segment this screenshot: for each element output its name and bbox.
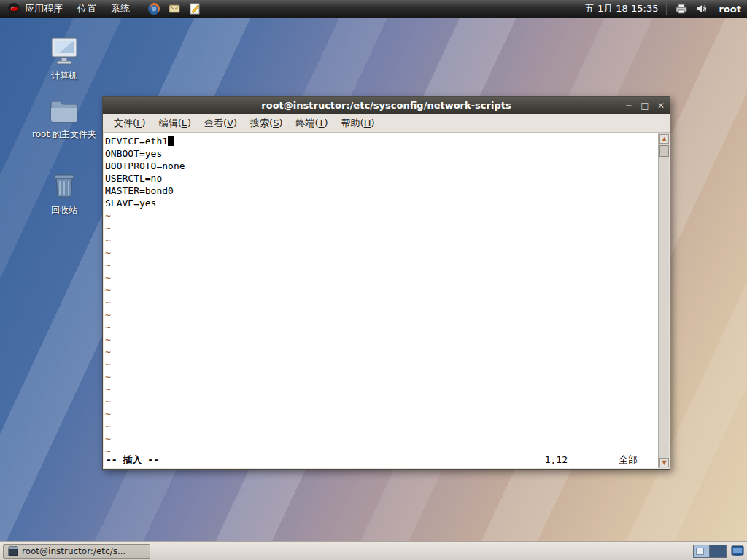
vim-line: ONBOOT=yes (105, 147, 658, 160)
desktop-icon-trash[interactable]: 回收站 (24, 171, 104, 217)
trash-icon (49, 171, 80, 201)
terminal-menubar: 文件(F) 编辑(E) 查看(V) 搜索(S) 终端(T) 帮助(H) (103, 114, 670, 133)
terminal-scrollbar[interactable]: ▲ ▼ (658, 133, 669, 468)
system-menu[interactable]: 系统 (104, 0, 137, 18)
vim-tilde-line: ~ (105, 432, 658, 445)
places-menu[interactable]: 位置 (70, 0, 104, 18)
close-button[interactable]: ✕ (655, 100, 667, 112)
gedit-icon[interactable] (188, 2, 201, 15)
system-menu-label: 系统 (111, 2, 130, 15)
vim-tilde-line: ~ (105, 420, 658, 432)
vim-line: DEVICE=eth1 (105, 135, 658, 147)
vim-cursor-position: 1,12 (545, 454, 568, 466)
menu-view[interactable]: 查看(V) (198, 114, 244, 133)
mail-icon[interactable] (168, 2, 181, 15)
vim-tilde-line: ~ (105, 395, 658, 408)
top-panel: 应用程序 位置 系统 五 1月 18 15:35 root (0, 0, 747, 18)
window-title: root@instructor:/etc/sysconfig/network-s… (261, 100, 511, 111)
scrollbar-thumb[interactable] (659, 145, 669, 157)
workspace-2[interactable] (710, 545, 726, 557)
window-titlebar[interactable]: root@instructor:/etc/sysconfig/network-s… (103, 97, 670, 114)
window-controls: ‒ □ ✕ (623, 97, 667, 114)
vim-line: SLAVE=yes (105, 197, 658, 209)
applications-menu[interactable]: 应用程序 (0, 0, 70, 18)
printer-icon[interactable] (674, 2, 687, 15)
vim-tilde-line: ~ (105, 259, 658, 271)
vim-tilde-line: ~ (105, 246, 658, 259)
scroll-down-icon[interactable]: ▼ (659, 458, 669, 467)
menu-file[interactable]: 文件(F) (107, 114, 152, 133)
display-applet-icon[interactable] (731, 545, 744, 557)
vim-tilde-line: ~ (105, 222, 658, 234)
desktop-icon-home[interactable]: root 的主文件夹 (24, 96, 104, 141)
vim-tilde-line: ~ (105, 271, 658, 284)
scroll-up-icon[interactable]: ▲ (659, 134, 669, 144)
redhat-icon (7, 2, 20, 15)
taskbar-window-button[interactable]: root@instructor:/etc/s... (3, 544, 150, 559)
workspace-1[interactable] (694, 545, 710, 557)
terminal-window: root@instructor:/etc/sysconfig/network-s… (102, 96, 670, 470)
bottom-taskbar: root@instructor:/etc/s... (0, 541, 747, 560)
menu-edit[interactable]: 编辑(E) (152, 114, 198, 133)
vim-cursor (168, 136, 174, 146)
terminal-icon (8, 546, 18, 556)
vim-tilde-line: ~ (105, 346, 658, 358)
vim-tilde-line: ~ (105, 234, 658, 246)
panel-right: 五 1月 18 15:35 root (585, 2, 747, 15)
menu-search[interactable]: 搜索(S) (244, 114, 289, 133)
desktop-icon-label: root 的主文件夹 (32, 128, 96, 141)
vim-tilde-line: ~ (105, 358, 658, 370)
workspace-switcher (693, 545, 727, 558)
vim-tilde-line: ~ (105, 209, 658, 222)
vim-line: USERCTL=no (105, 172, 658, 184)
vim-tilde-line: ~ (105, 284, 658, 296)
vim-tilde-line: ~ (105, 408, 658, 420)
applications-menu-label: 应用程序 (25, 2, 63, 15)
vim-line: MASTER=bond0 (105, 184, 658, 197)
panel-separator (666, 3, 667, 15)
volume-icon[interactable] (694, 2, 708, 15)
panel-clock[interactable]: 五 1月 18 15:35 (585, 2, 659, 15)
places-menu-label: 位置 (77, 2, 96, 15)
vim-mode-indicator: -- 插入 -- (106, 454, 159, 465)
vim-scroll-indicator: 全部 (619, 454, 638, 466)
vim-buffer[interactable]: DEVICE=eth1ONBOOT=yesBOOTPROTO=noneUSERC… (104, 133, 658, 468)
desktop-background[interactable]: 计算机 root 的主文件夹 回收站 root@instructor:/etc/… (0, 18, 747, 541)
home-folder-icon (47, 96, 81, 125)
vim-statusline: -- 插入 -- 1,12 全部 (106, 454, 655, 466)
vim-lines: DEVICE=eth1ONBOOT=yesBOOTPROTO=noneUSERC… (105, 135, 658, 457)
panel-user-label[interactable]: root (715, 4, 742, 15)
maximize-button[interactable]: □ (639, 100, 651, 112)
desktop-icon-label: 回收站 (51, 204, 77, 217)
vim-line: BOOTPROTO=none (105, 160, 658, 172)
vim-tilde-line: ~ (105, 296, 658, 308)
minimize-button[interactable]: ‒ (623, 100, 635, 112)
menu-terminal[interactable]: 终端(T) (290, 114, 335, 133)
taskbar-window-label: root@instructor:/etc/s... (22, 546, 125, 556)
panel-launchers (147, 2, 201, 15)
vim-tilde-line: ~ (105, 383, 658, 395)
vim-tilde-line: ~ (105, 370, 658, 383)
vim-tilde-line: ~ (105, 308, 658, 321)
desktop-icon-label: 计算机 (51, 70, 77, 82)
taskbar-right (693, 545, 744, 558)
vim-tilde-line: ~ (105, 333, 658, 346)
desktop-icon-computer[interactable]: 计算机 (24, 36, 104, 82)
menu-help[interactable]: 帮助(H) (335, 114, 382, 133)
computer-icon (47, 36, 81, 67)
firefox-icon[interactable] (147, 2, 160, 15)
vim-tilde-line: ~ (105, 321, 658, 333)
